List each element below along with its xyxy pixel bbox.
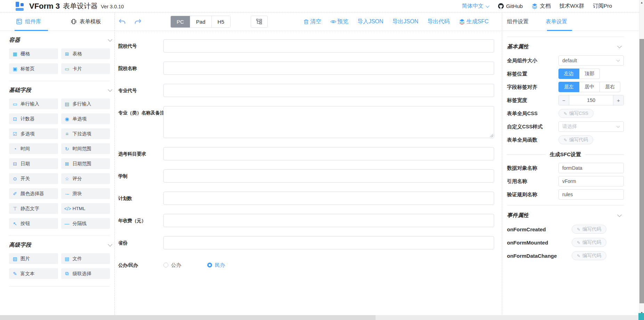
toolbar-action-generate-sfc[interactable]: 生成SFC: [459, 18, 489, 25]
toolbar-action-export-code[interactable]: 导出代码: [427, 18, 450, 25]
widget-item-switch[interactable]: ⊙开关: [9, 173, 58, 184]
widget-item-file-upload[interactable]: ▤文件: [61, 253, 110, 264]
device-tab-h5[interactable]: H5: [211, 16, 230, 27]
widget-item-picture-upload[interactable]: ▨图片: [9, 253, 58, 264]
undo-button[interactable]: [117, 17, 127, 26]
widget-item-divider[interactable]: —分隔线: [61, 218, 110, 229]
tab-form-settings[interactable]: 表单设置: [546, 18, 567, 25]
setting-row-onFormDataChange: onFormDataChange编写代码: [507, 250, 624, 261]
eyedropper-icon: ✐: [12, 191, 18, 197]
select-global-size[interactable]: default: [558, 55, 624, 66]
text-input[interactable]: [163, 236, 494, 249]
setting-row-label-width: 标签宽度−150+: [507, 95, 624, 105]
widget-item-html[interactable]: </>HTML: [61, 203, 110, 214]
nav-github-link[interactable]: GitHub: [498, 3, 523, 9]
select-value: 请选择: [562, 123, 617, 130]
widget-item-table[interactable]: ⊞表格: [61, 48, 110, 59]
form-canvas[interactable]: 院校代号院校名称专业代号专业（类）名称及备注选考科目要求学制计划数年收费（元）省…: [115, 31, 502, 315]
scrollbar-thumb[interactable]: [639, 39, 644, 303]
segment-option-左边[interactable]: 左边: [558, 69, 579, 79]
widget-item-checkbox[interactable]: ☑多选项: [9, 128, 58, 139]
nav-language-select[interactable]: 简体中文: [462, 2, 489, 10]
device-tab-pc[interactable]: PC: [171, 16, 190, 27]
static-text-icon: ⊤: [12, 206, 18, 211]
tab-form-templates[interactable]: 表单模板: [57, 18, 115, 25]
node-tree-button[interactable]: [251, 16, 268, 28]
widget-item-select[interactable]: ≡下拉选项: [61, 128, 110, 139]
widget-item-date-range[interactable]: ⊠日期范围: [61, 158, 110, 169]
redo-button[interactable]: [133, 17, 143, 26]
section-divider: [9, 286, 110, 287]
widget-item-rich-editor[interactable]: ✎富文本: [9, 268, 58, 279]
chevron-down-icon[interactable]: [617, 44, 622, 48]
widget-item-grid[interactable]: ▦栅格: [9, 48, 58, 59]
chevron-down-icon[interactable]: [108, 87, 112, 92]
section-title: 容器: [9, 37, 20, 44]
widget-item-date[interactable]: ⊟日期: [9, 158, 58, 169]
text-input[interactable]: [163, 192, 494, 205]
chevron-down-icon[interactable]: [108, 37, 112, 42]
toolbar-action-preview[interactable]: 预览: [330, 18, 348, 25]
input-form-ref-name[interactable]: vForm: [558, 176, 624, 186]
widget-item-rate[interactable]: ☆评分: [61, 173, 110, 184]
radio-group: 公办民办: [163, 258, 225, 272]
device-tab-pad[interactable]: Pad: [190, 16, 211, 27]
tab-widget-settings[interactable]: 组件设置: [507, 18, 529, 25]
edit-code-button-form-css[interactable]: 编写CSS: [558, 109, 594, 118]
toolbar-action-import-json[interactable]: 导入JSON: [357, 18, 384, 25]
text-input[interactable]: [163, 147, 494, 160]
input-rules-name[interactable]: rules: [558, 189, 624, 200]
widget-item-card[interactable]: ▭卡片: [61, 63, 110, 74]
widget-item-single-line-input[interactable]: ▭单行输入: [9, 98, 58, 109]
widget-item-static-text[interactable]: ⊤静态文字: [9, 203, 58, 214]
resize-grip-icon[interactable]: [490, 134, 493, 137]
nav-subscribe-pro-link[interactable]: 订阅Pro: [593, 2, 612, 10]
segment-option-居左[interactable]: 居左: [558, 82, 579, 92]
active-tab-indicator: [15, 30, 48, 31]
edit-code-button-onFormMounted[interactable]: 编写代码: [572, 238, 606, 247]
nav-docs-link[interactable]: 文档: [531, 2, 550, 10]
widget-item-number-input[interactable]: ⊡计数器: [9, 113, 58, 124]
edit-code-button-onFormDataChange[interactable]: 编写代码: [572, 251, 606, 260]
text-input[interactable]: [163, 84, 494, 97]
text-input[interactable]: [163, 62, 494, 75]
chevron-down-icon[interactable]: [108, 242, 112, 247]
horizontal-scrollbar[interactable]: [0, 315, 639, 320]
edit-code-button-onFormCreated[interactable]: 编写代码: [572, 225, 606, 234]
segment-option-居右[interactable]: 居右: [600, 82, 620, 92]
action-label: 清空: [310, 18, 321, 25]
widget-item-time-range[interactable]: ↻时间范围: [61, 143, 110, 154]
widget-item-color-picker[interactable]: ✐颜色选择器: [9, 188, 58, 199]
scrollbar-thumb[interactable]: [0, 315, 376, 320]
decrement-button[interactable]: −: [559, 95, 569, 105]
widget-label: 富文本: [21, 271, 35, 277]
increment-button[interactable]: +: [613, 95, 623, 105]
radio-option-民办[interactable]: 民办: [207, 262, 225, 269]
input-form-data-name[interactable]: formData: [558, 163, 624, 173]
text-input[interactable]: [163, 39, 494, 53]
section-divider: [9, 235, 110, 236]
text-input[interactable]: [163, 214, 494, 227]
widget-item-tab[interactable]: ▣标签页: [9, 63, 58, 74]
toolbar-action-clear[interactable]: 清空: [303, 18, 321, 25]
segment-option-居中[interactable]: 居中: [579, 82, 600, 92]
select-custom-css-class[interactable]: 请选择: [558, 121, 624, 132]
nav-wx-group-link[interactable]: 技术WX群: [559, 2, 584, 10]
widget-item-slider[interactable]: ∙–滑块: [61, 188, 110, 199]
text-input[interactable]: [163, 169, 494, 183]
tab-component-library[interactable]: 组件库: [0, 18, 57, 25]
widget-item-time[interactable]: ◔时间: [9, 143, 58, 154]
widget-item-cascader[interactable]: ⧉级联选择: [61, 268, 110, 279]
edit-code-button-form-functions[interactable]: 编写代码: [558, 135, 593, 144]
radio-option-公办[interactable]: 公办: [163, 262, 181, 269]
chevron-down-icon[interactable]: [617, 213, 622, 217]
scroll-up-arrow-icon[interactable]: [639, 0, 644, 6]
segment-option-顶部[interactable]: 顶部: [579, 69, 600, 79]
widget-item-button[interactable]: ↖按钮: [9, 218, 58, 229]
textarea-input[interactable]: [163, 106, 494, 138]
corner-widget[interactable]: [638, 313, 644, 320]
vertical-scrollbar[interactable]: [639, 0, 644, 315]
widget-item-radio[interactable]: ◉单选项: [61, 113, 110, 124]
toolbar-action-export-json[interactable]: 导出JSON: [392, 18, 418, 25]
widget-item-multi-line-input[interactable]: ▤多行输入: [61, 98, 110, 109]
